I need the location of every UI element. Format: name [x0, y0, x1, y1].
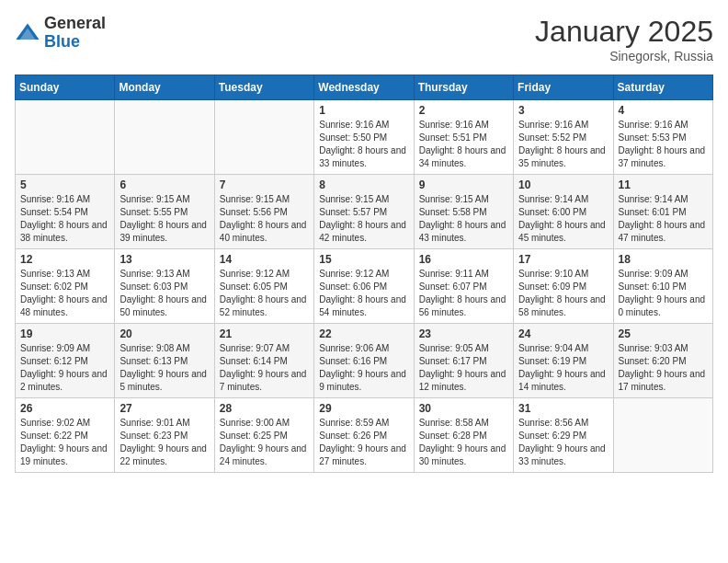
calendar-cell: 18Sunrise: 9:09 AM Sunset: 6:10 PM Dayli… — [613, 249, 712, 324]
calendar-week-row: 5Sunrise: 9:16 AM Sunset: 5:54 PM Daylig… — [16, 175, 713, 249]
calendar-cell: 30Sunrise: 8:58 AM Sunset: 6:28 PM Dayli… — [414, 398, 513, 473]
calendar-cell: 28Sunrise: 9:00 AM Sunset: 6:25 PM Dayli… — [214, 398, 313, 473]
weekday-header-row: SundayMondayTuesdayWednesdayThursdayFrid… — [16, 75, 713, 100]
calendar-cell: 7Sunrise: 9:15 AM Sunset: 5:56 PM Daylig… — [214, 175, 313, 249]
day-info: Sunrise: 9:15 AM Sunset: 5:56 PM Dayligh… — [220, 193, 309, 245]
calendar-week-row: 1Sunrise: 9:16 AM Sunset: 5:50 PM Daylig… — [16, 100, 713, 175]
calendar-cell: 15Sunrise: 9:12 AM Sunset: 6:06 PM Dayli… — [314, 249, 414, 324]
calendar-cell — [214, 100, 313, 175]
calendar-cell: 14Sunrise: 9:12 AM Sunset: 6:05 PM Dayli… — [214, 249, 313, 324]
weekday-header-tuesday: Tuesday — [214, 75, 313, 100]
day-number: 8 — [319, 178, 408, 191]
day-number: 15 — [319, 253, 408, 266]
day-number: 24 — [518, 327, 608, 340]
day-number: 23 — [419, 327, 508, 340]
logo: General Blue — [15, 15, 106, 52]
day-number: 10 — [518, 178, 608, 191]
calendar-week-row: 26Sunrise: 9:02 AM Sunset: 6:22 PM Dayli… — [16, 398, 713, 473]
logo-icon — [15, 20, 40, 46]
month-title: January 2025 — [535, 15, 713, 49]
calendar-cell — [115, 100, 214, 175]
day-info: Sunrise: 9:16 AM Sunset: 5:53 PM Dayligh… — [619, 119, 708, 170]
day-info: Sunrise: 9:15 AM Sunset: 5:58 PM Dayligh… — [419, 193, 508, 245]
day-number: 5 — [20, 178, 109, 191]
calendar-cell: 22Sunrise: 9:06 AM Sunset: 6:16 PM Dayli… — [314, 324, 414, 398]
day-info: Sunrise: 9:04 AM Sunset: 6:19 PM Dayligh… — [518, 342, 608, 394]
calendar-week-row: 12Sunrise: 9:13 AM Sunset: 6:02 PM Dayli… — [16, 249, 713, 324]
calendar-cell: 24Sunrise: 9:04 AM Sunset: 6:19 PM Dayli… — [514, 324, 613, 398]
day-number: 7 — [220, 178, 309, 191]
weekday-header-monday: Monday — [115, 75, 214, 100]
day-number: 2 — [419, 104, 508, 117]
calendar-cell — [613, 398, 712, 473]
day-info: Sunrise: 9:16 AM Sunset: 5:54 PM Dayligh… — [20, 193, 109, 245]
day-info: Sunrise: 9:14 AM Sunset: 6:01 PM Dayligh… — [619, 193, 708, 245]
day-info: Sunrise: 9:00 AM Sunset: 6:25 PM Dayligh… — [220, 417, 309, 468]
weekday-header-sunday: Sunday — [16, 75, 115, 100]
calendar-cell: 17Sunrise: 9:10 AM Sunset: 6:09 PM Dayli… — [514, 249, 613, 324]
day-number: 13 — [119, 253, 209, 266]
location-text: Sinegorsk, Russia — [535, 49, 713, 63]
day-number: 14 — [220, 253, 309, 266]
day-info: Sunrise: 8:56 AM Sunset: 6:29 PM Dayligh… — [518, 417, 608, 468]
weekday-header-friday: Friday — [514, 75, 613, 100]
day-number: 11 — [619, 178, 708, 191]
calendar-table: SundayMondayTuesdayWednesdayThursdayFrid… — [15, 75, 713, 473]
calendar-cell: 31Sunrise: 8:56 AM Sunset: 6:29 PM Dayli… — [514, 398, 613, 473]
calendar-cell: 9Sunrise: 9:15 AM Sunset: 5:58 PM Daylig… — [414, 175, 513, 249]
day-number: 20 — [119, 327, 209, 340]
day-info: Sunrise: 8:59 AM Sunset: 6:26 PM Dayligh… — [319, 417, 408, 468]
calendar-cell — [16, 100, 115, 175]
day-info: Sunrise: 9:14 AM Sunset: 6:00 PM Dayligh… — [518, 193, 608, 245]
calendar-cell: 2Sunrise: 9:16 AM Sunset: 5:51 PM Daylig… — [414, 100, 513, 175]
day-info: Sunrise: 9:07 AM Sunset: 6:14 PM Dayligh… — [220, 342, 309, 394]
day-number: 4 — [619, 104, 708, 117]
day-number: 17 — [518, 253, 608, 266]
day-info: Sunrise: 9:16 AM Sunset: 5:52 PM Dayligh… — [518, 119, 608, 170]
calendar-cell: 5Sunrise: 9:16 AM Sunset: 5:54 PM Daylig… — [16, 175, 115, 249]
day-number: 31 — [518, 402, 608, 415]
calendar-cell: 25Sunrise: 9:03 AM Sunset: 6:20 PM Dayli… — [613, 324, 712, 398]
day-info: Sunrise: 9:15 AM Sunset: 5:55 PM Dayligh… — [119, 193, 209, 245]
weekday-header-wednesday: Wednesday — [314, 75, 414, 100]
day-info: Sunrise: 9:13 AM Sunset: 6:02 PM Dayligh… — [20, 268, 109, 319]
day-info: Sunrise: 9:10 AM Sunset: 6:09 PM Dayligh… — [518, 268, 608, 319]
calendar-cell: 27Sunrise: 9:01 AM Sunset: 6:23 PM Dayli… — [115, 398, 214, 473]
calendar-cell: 26Sunrise: 9:02 AM Sunset: 6:22 PM Dayli… — [16, 398, 115, 473]
calendar-cell: 8Sunrise: 9:15 AM Sunset: 5:57 PM Daylig… — [314, 175, 414, 249]
calendar-cell: 13Sunrise: 9:13 AM Sunset: 6:03 PM Dayli… — [115, 249, 214, 324]
calendar-cell: 6Sunrise: 9:15 AM Sunset: 5:55 PM Daylig… — [115, 175, 214, 249]
page-header: General Blue January 2025 Sinegorsk, Rus… — [15, 15, 713, 63]
day-number: 9 — [419, 178, 508, 191]
logo-general-text: General — [44, 15, 106, 33]
day-info: Sunrise: 9:09 AM Sunset: 6:10 PM Dayligh… — [619, 268, 708, 319]
logo-text: General Blue — [44, 15, 106, 52]
day-number: 19 — [20, 327, 109, 340]
day-info: Sunrise: 9:03 AM Sunset: 6:20 PM Dayligh… — [619, 342, 708, 394]
day-number: 25 — [619, 327, 708, 340]
day-info: Sunrise: 9:12 AM Sunset: 6:05 PM Dayligh… — [220, 268, 309, 319]
calendar-cell: 20Sunrise: 9:08 AM Sunset: 6:13 PM Dayli… — [115, 324, 214, 398]
day-info: Sunrise: 9:13 AM Sunset: 6:03 PM Dayligh… — [119, 268, 209, 319]
calendar-cell: 3Sunrise: 9:16 AM Sunset: 5:52 PM Daylig… — [514, 100, 613, 175]
day-info: Sunrise: 9:16 AM Sunset: 5:50 PM Dayligh… — [319, 119, 408, 170]
day-number: 18 — [619, 253, 708, 266]
calendar-cell: 21Sunrise: 9:07 AM Sunset: 6:14 PM Dayli… — [214, 324, 313, 398]
day-number: 3 — [518, 104, 608, 117]
day-info: Sunrise: 9:02 AM Sunset: 6:22 PM Dayligh… — [20, 417, 109, 468]
day-number: 22 — [319, 327, 408, 340]
day-number: 16 — [419, 253, 508, 266]
calendar-cell: 4Sunrise: 9:16 AM Sunset: 5:53 PM Daylig… — [613, 100, 712, 175]
day-info: Sunrise: 9:15 AM Sunset: 5:57 PM Dayligh… — [319, 193, 408, 245]
logo-blue-text: Blue — [44, 33, 106, 52]
calendar-cell: 11Sunrise: 9:14 AM Sunset: 6:01 PM Dayli… — [613, 175, 712, 249]
day-info: Sunrise: 9:16 AM Sunset: 5:51 PM Dayligh… — [419, 119, 508, 170]
day-number: 26 — [20, 402, 109, 415]
day-info: Sunrise: 9:11 AM Sunset: 6:07 PM Dayligh… — [419, 268, 508, 319]
day-number: 1 — [319, 104, 408, 117]
day-number: 29 — [319, 402, 408, 415]
calendar-cell: 1Sunrise: 9:16 AM Sunset: 5:50 PM Daylig… — [314, 100, 414, 175]
day-number: 21 — [220, 327, 309, 340]
day-number: 28 — [220, 402, 309, 415]
day-number: 6 — [119, 178, 209, 191]
